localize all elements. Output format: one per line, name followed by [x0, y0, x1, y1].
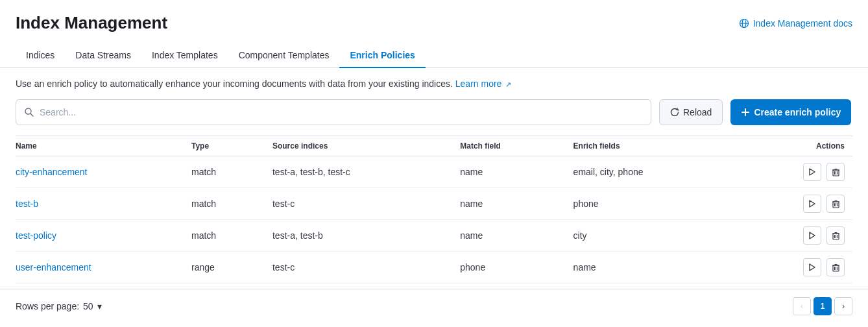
rows-per-page-label: Rows per page: [16, 301, 79, 311]
cell-actions-1 [738, 188, 852, 220]
col-enrich-fields: Enrich fields [566, 136, 738, 156]
create-enrich-policy-button[interactable]: Create enrich policy [730, 99, 851, 125]
cell-actions-2 [738, 220, 852, 252]
cell-type-0: match [184, 156, 265, 188]
delete-policy-button-0[interactable] [826, 163, 845, 181]
tab-index-templates[interactable]: Index Templates [141, 43, 228, 68]
delete-policy-button-3[interactable] [826, 258, 845, 276]
cell-name-0: city-enhancement [16, 156, 184, 188]
cell-source-indices-0: test-a, test-b, test-c [265, 156, 452, 188]
execute-policy-button-3[interactable] [803, 258, 821, 276]
execute-policy-button-1[interactable] [803, 195, 821, 213]
cell-match-field-1: name [452, 188, 565, 220]
table-row: test-b match test-c name phone [16, 188, 852, 220]
description-bar: Use an enrich policy to automatically en… [0, 68, 868, 99]
cell-name-2: test-policy [16, 220, 184, 252]
cell-match-field-2: name [452, 220, 565, 252]
cell-source-indices-2: test-a, test-b [265, 220, 452, 252]
col-type: Type [184, 136, 265, 156]
reload-button[interactable]: Reload [659, 99, 723, 125]
col-source-indices: Source indices [265, 136, 452, 156]
cell-enrich-fields-2: city [566, 220, 738, 252]
cell-name-1: test-b [16, 188, 184, 220]
cell-type-1: match [184, 188, 265, 220]
trash-icon [832, 263, 839, 272]
trash-icon [832, 168, 839, 176]
rows-per-page-control[interactable]: Rows per page: 50 ▾ [16, 301, 102, 311]
plus-icon [741, 108, 750, 117]
cell-type-3: range [184, 252, 265, 284]
col-match-field: Match field [452, 136, 565, 156]
svg-marker-21 [810, 232, 815, 239]
reload-icon [670, 108, 679, 117]
cell-source-indices-3: test-c [265, 252, 452, 284]
svg-marker-28 [810, 264, 815, 271]
policy-link-3[interactable]: user-enhancement [16, 262, 91, 272]
col-name: Name [16, 136, 184, 156]
cell-enrich-fields-3: name [566, 252, 738, 284]
footer-bar: Rows per page: 50 ▾ ‹ 1 › [0, 289, 868, 323]
table-row: test-policy match test-a, test-b name ci… [16, 220, 852, 252]
delete-policy-button-2[interactable] [826, 226, 845, 245]
col-actions: Actions [738, 136, 852, 156]
page-1-button[interactable]: 1 [814, 297, 832, 315]
nav-tabs: Indices Data Streams Index Templates Com… [0, 43, 868, 68]
cell-enrich-fields-0: email, city, phone [566, 156, 738, 188]
enrich-policies-table: Name Type Source indices Match field Enr… [16, 136, 852, 284]
chevron-down-icon: ▾ [97, 301, 102, 311]
pagination: ‹ 1 › [793, 297, 852, 315]
search-icon [24, 107, 34, 117]
play-icon [809, 263, 815, 271]
search-input[interactable] [40, 107, 643, 117]
globe-icon [739, 18, 749, 29]
svg-line-4 [30, 114, 33, 116]
table-container: Name Type Source indices Match field Enr… [0, 136, 868, 284]
play-icon [809, 168, 815, 176]
next-page-button[interactable]: › [834, 297, 852, 315]
description-text: Use an enrich policy to automatically en… [16, 79, 453, 89]
cell-actions-0 [738, 156, 852, 188]
play-icon [809, 232, 815, 239]
search-box[interactable] [16, 99, 651, 125]
table-row: city-enhancement match test-a, test-b, t… [16, 156, 852, 188]
trash-icon [832, 200, 839, 208]
tab-data-streams[interactable]: Data Streams [65, 43, 141, 68]
cell-match-field-0: name [452, 156, 565, 188]
rows-per-page-value: 50 [83, 301, 93, 311]
external-link-icon: ↗ [505, 80, 511, 89]
tab-enrich-policies[interactable]: Enrich Policies [339, 43, 425, 68]
cell-actions-3 [738, 252, 852, 284]
trash-icon [832, 232, 839, 240]
svg-marker-14 [810, 200, 815, 207]
execute-policy-button-0[interactable] [803, 163, 821, 181]
tab-component-templates[interactable]: Component Templates [228, 43, 340, 68]
delete-policy-button-1[interactable] [826, 195, 845, 213]
cell-type-2: match [184, 220, 265, 252]
docs-link-label: Index Management docs [753, 18, 852, 29]
policy-link-1[interactable]: test-b [16, 199, 38, 209]
create-label: Create enrich policy [754, 107, 841, 117]
toolbar: Reload Create enrich policy [0, 99, 868, 136]
page-title: Index Management [16, 13, 167, 33]
policy-link-0[interactable]: city-enhancement [16, 167, 88, 177]
table-row: user-enhancement range test-c phone name [16, 252, 852, 284]
tab-indices[interactable]: Indices [16, 43, 65, 68]
cell-name-3: user-enhancement [16, 252, 184, 284]
execute-policy-button-2[interactable] [803, 226, 821, 245]
learn-more-label: Learn more [455, 79, 502, 89]
prev-page-button[interactable]: ‹ [793, 297, 811, 315]
reload-label: Reload [683, 107, 712, 117]
svg-marker-7 [810, 169, 815, 175]
cell-source-indices-1: test-c [265, 188, 452, 220]
play-icon [809, 200, 815, 208]
learn-more-link[interactable]: Learn more ↗ [455, 79, 511, 89]
docs-link[interactable]: Index Management docs [739, 18, 852, 29]
cell-enrich-fields-1: phone [566, 188, 738, 220]
policy-link-2[interactable]: test-policy [16, 230, 56, 241]
cell-match-field-3: phone [452, 252, 565, 284]
